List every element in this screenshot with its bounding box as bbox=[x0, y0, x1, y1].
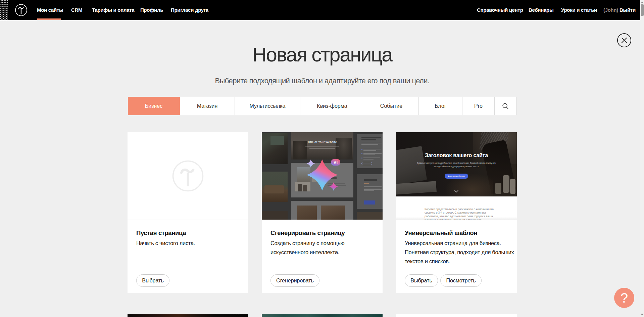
svg-text:AI: AI bbox=[334, 161, 338, 165]
